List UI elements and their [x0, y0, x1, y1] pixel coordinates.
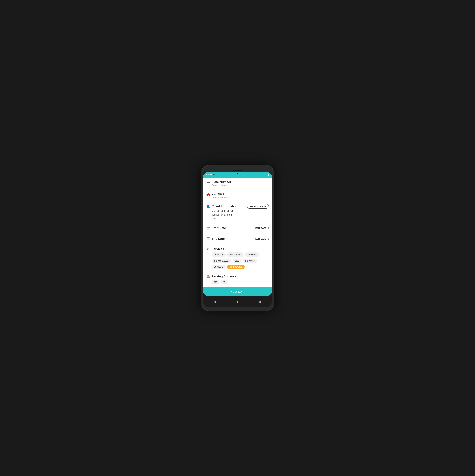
search-client-button[interactable]: SEARCH CLIENT — [247, 204, 269, 209]
client-extra: asds — [212, 217, 269, 221]
status-icons: ▲ ▲ ▮ — [262, 173, 269, 176]
nav-recent-button[interactable]: ■ — [257, 299, 263, 305]
service-tag-service6[interactable]: service 6 — [212, 253, 226, 257]
service-tag-service2[interactable]: service 2 — [212, 265, 226, 269]
services-title: Services — [212, 248, 224, 251]
service-tag-test-service[interactable]: test service — [227, 253, 244, 257]
car-mark-section: 🚗 Car Mark Enter a car mark — [203, 189, 272, 201]
start-date-title: Start Date — [212, 226, 226, 230]
signal-icon: ▲ — [265, 173, 267, 176]
plate-number-header: ▬ Plate Number — [206, 180, 269, 184]
parking-tag-tc[interactable]: tc — [221, 280, 227, 284]
car-mark-title: Car Mark — [212, 192, 224, 196]
services-section: ⚙ Services service 6 test service servic… — [203, 245, 272, 272]
nav-back-button[interactable]: ◄ — [212, 299, 218, 305]
nav-bar: ◄ ● ■ — [203, 296, 272, 307]
services-tags: service 6 test service service 4 Service… — [212, 253, 269, 269]
client-icon: 👤 — [206, 204, 210, 208]
edit-start-date-button[interactable]: EDIT DATE — [253, 226, 269, 230]
client-email: asdas@gmail.com — [212, 213, 269, 217]
phone-device: 12:05 ⚙ ▲ ▲ ▮ ▬ Plate Number Search — [201, 165, 274, 311]
service-tag-service3[interactable]: Service 3 — [243, 258, 257, 263]
parking-entrance-title: Parking Entrance — [212, 275, 237, 278]
service-tag-test[interactable]: test — [233, 258, 241, 263]
status-bar: 12:05 ⚙ ▲ ▲ ▮ — [203, 172, 272, 178]
parking-icon: 🏠 — [206, 275, 210, 278]
client-info-title: Client Information — [212, 205, 238, 208]
client-info-section: 👤 Client Information SEARCH CLIENT tesas… — [203, 201, 272, 223]
wifi-icon: ▲ — [262, 173, 264, 176]
speaker — [233, 170, 242, 170]
end-date-header: 📅 End Date EDIT DATE — [206, 237, 269, 241]
parking-entrance-section: 🏠 Parking Entrance tcc tc — [203, 272, 272, 287]
car-mark-placeholder[interactable]: Enter a car mark — [212, 196, 269, 199]
services-icon: ⚙ — [206, 247, 210, 251]
service-tag-service4[interactable]: service 4 — [245, 253, 259, 257]
parking-tags: tcc tc — [212, 280, 269, 284]
client-info-header: 👤 Client Information SEARCH CLIENT — [206, 204, 269, 209]
service-tag-service11221[interactable]: Service 11221 — [212, 258, 231, 263]
edit-end-date-button[interactable]: EDIT DATE — [253, 237, 269, 241]
phone-inner: 12:05 ⚙ ▲ ▲ ▮ ▬ Plate Number Search — [203, 169, 272, 307]
phone-top — [203, 169, 272, 172]
gear-icon: ⚙ — [213, 173, 216, 176]
calendar-end-icon: 📅 — [206, 237, 210, 241]
status-time: 12:05 — [206, 173, 212, 176]
client-title-group: 👤 Client Information — [206, 204, 238, 208]
start-date-header: 📅 Start Date EDIT DATE — [206, 226, 269, 230]
parking-entrance-header: 🏠 Parking Entrance — [206, 275, 269, 278]
parking-tag-tcc[interactable]: tcc — [212, 280, 219, 284]
end-date-section: 📅 End Date EDIT DATE — [203, 234, 272, 245]
start-date-title-group: 📅 Start Date — [206, 226, 226, 230]
plate-number-section: ▬ Plate Number Search plates — [203, 178, 272, 189]
battery-icon: ▮ — [268, 173, 269, 176]
client-name: tesasdasd dasdasd — [212, 209, 269, 213]
services-header: ⚙ Services — [206, 247, 269, 251]
start-date-section: 📅 Start Date EDIT DATE — [203, 223, 272, 234]
end-date-title-group: 📅 End Date — [206, 237, 225, 241]
service-tag-end-service[interactable]: End service — [227, 265, 245, 269]
camera — [237, 173, 238, 174]
car-icon: 🚗 — [206, 192, 210, 196]
nav-home-button[interactable]: ● — [235, 299, 240, 305]
content-area: ▬ Plate Number Search plates 🚗 Car Mark … — [203, 178, 272, 297]
calendar-icon: 📅 — [206, 226, 210, 230]
car-mark-header: 🚗 Car Mark — [206, 192, 269, 196]
add-car-button[interactable]: ADD CAR — [203, 287, 272, 296]
end-date-title: End Date — [212, 237, 225, 240]
plate-number-title: Plate Number — [212, 180, 231, 184]
plate-number-placeholder[interactable]: Search plates — [212, 184, 269, 187]
phone-screen: 12:05 ⚙ ▲ ▲ ▮ ▬ Plate Number Search — [203, 172, 272, 297]
plate-icon: ▬ — [206, 180, 210, 184]
